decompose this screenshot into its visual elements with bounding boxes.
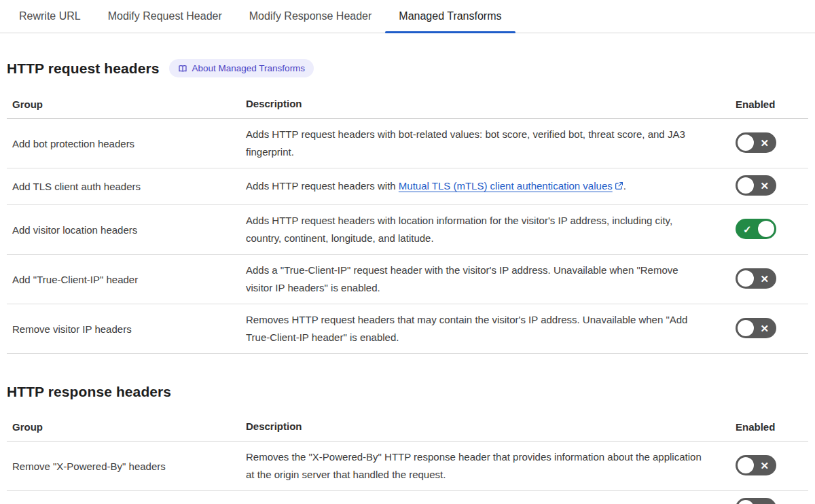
row-description: Removes the "X-Powered-By" HTTP response…	[246, 442, 736, 490]
table-header-row: Group Description Enabled	[7, 412, 808, 442]
row-description: Adds several security-related HTTP respo…	[246, 494, 736, 504]
table-header-row: Group Description Enabled	[7, 90, 808, 119]
table-row-security-headers: Add security headers Adds several securi…	[7, 491, 808, 504]
transform-rules-tabbar: Rewrite URL Modify Request Header Modify…	[0, 0, 815, 33]
column-header-description: Description	[246, 412, 736, 441]
toggle-knob	[738, 500, 754, 504]
column-header-description: Description	[246, 90, 736, 118]
row-group-label: Add "True-Client-IP" header	[7, 267, 246, 292]
row-group-label: Add security headers	[7, 497, 246, 504]
badge-label: About Managed Transforms	[192, 63, 306, 73]
toggle-knob	[738, 457, 754, 473]
toggle-state-icon: ✕	[760, 460, 769, 470]
row-description: Adds HTTP request headers with bot-relat…	[246, 119, 736, 168]
row-group-label: Add bot protection headers	[7, 131, 246, 156]
row-description: Adds HTTP request headers with location …	[246, 205, 736, 254]
toggle-knob	[738, 134, 754, 151]
description-text: Adds HTTP request headers with	[246, 180, 399, 192]
toggle-true-client-ip[interactable]: ✕	[736, 268, 776, 289]
row-description: Adds HTTP request headers with Mutual TL…	[246, 170, 736, 202]
toggle-knob	[738, 320, 754, 336]
toggle-state-icon: ✕	[760, 137, 769, 147]
row-group-label: Add TLS client auth headers	[7, 174, 246, 199]
toggle-state-icon: ✕	[760, 323, 769, 333]
row-description: Removes HTTP request headers that may co…	[246, 304, 736, 353]
tab-rewrite-url[interactable]: Rewrite URL	[5, 0, 94, 33]
description-text: .	[623, 180, 626, 192]
toggle-remove-visitor-ip[interactable]: ✕	[736, 318, 776, 338]
response-headers-table: Group Description Enabled Remove "X-Powe…	[7, 412, 808, 504]
about-managed-transforms-badge[interactable]: About Managed Transforms	[169, 59, 314, 77]
request-headers-section-head: HTTP request headers About Managed Trans…	[7, 59, 808, 77]
table-row-visitor-location: Add visitor location headers Adds HTTP r…	[7, 205, 808, 255]
response-headers-title: HTTP response headers	[7, 384, 171, 400]
table-row-tls-client-auth: Add TLS client auth headers Adds HTTP re…	[7, 168, 808, 205]
response-headers-section-head: HTTP response headers	[7, 384, 808, 400]
managed-transforms-panel: HTTP request headers About Managed Trans…	[0, 59, 815, 504]
request-headers-title: HTTP request headers	[7, 60, 160, 77]
toggle-security-headers[interactable]: ✕	[736, 498, 776, 504]
tab-modify-request-header[interactable]: Modify Request Header	[94, 0, 236, 33]
toggle-knob	[738, 177, 754, 194]
table-row-remove-visitor-ip: Remove visitor IP headers Removes HTTP r…	[7, 304, 808, 354]
tab-managed-transforms[interactable]: Managed Transforms	[385, 0, 515, 33]
toggle-bot-protection[interactable]: ✕	[736, 132, 776, 153]
request-headers-table: Group Description Enabled Add bot protec…	[7, 90, 808, 354]
toggle-state-icon: ✓	[743, 223, 752, 234]
row-description: Adds a "True-Client-IP" request header w…	[246, 255, 736, 304]
book-icon	[178, 64, 187, 73]
toggle-state-icon: ✕	[760, 181, 769, 191]
row-group-label: Add visitor location headers	[7, 217, 246, 242]
table-row-bot-protection: Add bot protection headers Adds HTTP req…	[7, 119, 808, 168]
toggle-knob	[738, 270, 754, 287]
column-header-enabled: Enabled	[736, 93, 808, 115]
table-row-x-powered-by: Remove "X-Powered-By" headers Removes th…	[7, 442, 808, 491]
table-row-true-client-ip: Add "True-Client-IP" header Adds a "True…	[7, 255, 808, 304]
external-link-icon[interactable]	[615, 178, 623, 196]
column-header-enabled: Enabled	[736, 416, 808, 438]
row-group-label: Remove "X-Powered-By" headers	[7, 454, 246, 479]
toggle-tls-client-auth[interactable]: ✕	[736, 175, 776, 196]
toggle-visitor-location[interactable]: ✓	[736, 219, 776, 239]
column-header-group: Group	[7, 93, 246, 115]
mtls-docs-link[interactable]: Mutual TLS (mTLS) client authentication …	[399, 180, 613, 192]
row-group-label: Remove visitor IP headers	[7, 317, 246, 342]
toggle-knob	[758, 221, 774, 237]
toggle-x-powered-by[interactable]: ✕	[736, 455, 776, 475]
toggle-state-icon: ✕	[760, 273, 769, 283]
column-header-group: Group	[7, 416, 246, 438]
tab-modify-response-header[interactable]: Modify Response Header	[236, 0, 386, 33]
